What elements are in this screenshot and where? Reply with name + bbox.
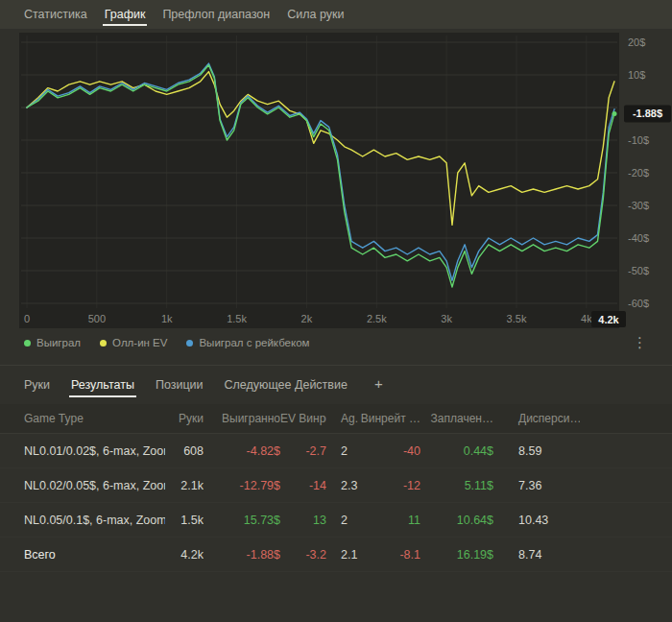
- cell-hands: 2.1k: [165, 479, 204, 492]
- cell-game-type: NL0.01/0.02$, 6-max, Zoom: [24, 444, 165, 458]
- subtab-next-action[interactable]: Следующее Действие: [225, 378, 348, 399]
- cell-rake-paid: 16.19$: [420, 548, 493, 562]
- subtab-results[interactable]: Результаты: [71, 378, 134, 399]
- subtab-positions[interactable]: Позиции: [156, 378, 204, 399]
- column-header-hands[interactable]: Руки: [165, 412, 204, 425]
- yellow-dot-icon: [100, 340, 107, 347]
- cell-rake-paid: 5.11$: [420, 479, 493, 492]
- tab-graph[interactable]: График: [105, 0, 146, 29]
- tab-statistics[interactable]: Статистика: [24, 0, 87, 29]
- svg-text:10$: 10$: [628, 69, 645, 81]
- winnings-chart-plot-area[interactable]: 05001k1.5k2k2.5k3k3.5k4k20$10$-10$-20$-3…: [19, 33, 672, 332]
- cell-aggression: 2.1: [326, 548, 358, 562]
- cell-won: -12.79$: [204, 479, 280, 492]
- cell-winrate: -40: [358, 444, 420, 458]
- cell-ev-winrate: 13: [280, 514, 326, 527]
- svg-text:20$: 20$: [628, 36, 645, 48]
- legend-label-rakeback: Выиграл с рейкбеком: [199, 337, 309, 348]
- column-header-winrate[interactable]: Винрейт …: [358, 412, 420, 425]
- svg-text:4k: 4k: [581, 313, 592, 324]
- cell-game-type: Всего: [24, 548, 165, 562]
- cell-rake-paid: 10.64$: [420, 514, 493, 527]
- results-panel: Руки Результаты Позиции Следующее Действ…: [0, 365, 672, 622]
- blue-dot-icon: [186, 340, 193, 347]
- cell-aggression: 2: [326, 514, 358, 527]
- svg-text:-30$: -30$: [628, 200, 649, 211]
- svg-text:3k: 3k: [441, 313, 452, 324]
- cell-aggression: 2.3: [326, 479, 358, 492]
- cell-winrate: 11: [358, 514, 420, 527]
- cell-variance: 10.43: [493, 514, 580, 527]
- cell-winrate: -8.1: [358, 548, 420, 562]
- svg-text:0: 0: [24, 313, 30, 324]
- table-header-row: Game Type Руки Выигранно EV Винре… Ag. В…: [0, 404, 672, 434]
- sub-tab-bar: Руки Результаты Позиции Следующее Действ…: [0, 366, 672, 399]
- svg-text:2k: 2k: [301, 313, 313, 324]
- column-header-ev-winrate[interactable]: EV Винре…: [280, 412, 326, 425]
- cell-ev-winrate: -2.7: [280, 444, 326, 458]
- cell-won: -1.88$: [204, 548, 280, 562]
- cell-hands: 1.5k: [165, 514, 204, 527]
- svg-text:-40$: -40$: [628, 232, 649, 244]
- svg-text:-50$: -50$: [628, 265, 649, 276]
- column-header-won[interactable]: Выигранно: [204, 412, 280, 425]
- subtab-hands[interactable]: Руки: [24, 378, 50, 399]
- svg-text:3.5k: 3.5k: [507, 313, 527, 324]
- cell-variance: 8.74: [493, 548, 580, 562]
- table-total-row[interactable]: Всего 4.2k -1.88$ -3.2 2.1 -8.1 16.19$ 8…: [0, 538, 672, 572]
- green-dot-icon: [24, 340, 31, 347]
- cell-variance: 7.36: [493, 479, 580, 492]
- svg-text:500: 500: [88, 313, 106, 324]
- cell-winrate: -12: [358, 479, 420, 492]
- svg-text:1k: 1k: [161, 313, 173, 324]
- svg-text:1.5k: 1.5k: [227, 313, 247, 324]
- svg-text:-1.88$: -1.88$: [633, 108, 662, 119]
- legend-label-won: Выиграл: [36, 337, 81, 348]
- legend-item-won[interactable]: Выиграл: [24, 337, 81, 348]
- top-tab-bar: Статистика График Префлоп диапазон Сила …: [0, 0, 672, 29]
- cell-hands: 608: [165, 444, 204, 458]
- cell-hands: 4.2k: [165, 548, 204, 562]
- cell-ev-winrate: -14: [280, 479, 326, 492]
- column-header-rake-paid[interactable]: Заплачен…: [420, 412, 493, 425]
- column-header-variance[interactable]: Дисперси…: [493, 412, 580, 425]
- legend-item-allin-ev[interactable]: Олл-ин EV: [100, 337, 167, 348]
- svg-text:2.5k: 2.5k: [367, 313, 387, 324]
- chart-legend: Выиграл Олл-ин EV Выиграл с рейкбеком ⋮: [24, 336, 651, 349]
- cell-won: -4.82$: [204, 444, 280, 458]
- winnings-chart: 05001k1.5k2k2.5k3k3.5k4k20$10$-10$-20$-3…: [19, 33, 672, 332]
- cell-aggression: 2: [326, 444, 358, 458]
- tab-hand-strength[interactable]: Сила руки: [287, 0, 344, 29]
- more-options-icon[interactable]: ⋮: [629, 336, 651, 349]
- cell-game-type: NL0.05/0.1$, 6-max, Zoom: [24, 514, 165, 527]
- legend-label-allin-ev: Олл-ин EV: [112, 337, 167, 348]
- column-header-aggression[interactable]: Ag.: [326, 412, 358, 425]
- table-row[interactable]: NL0.05/0.1$, 6-max, Zoom 1.5k 15.73$ 13 …: [0, 503, 672, 538]
- cell-variance: 8.59: [493, 444, 580, 458]
- cell-won: 15.73$: [204, 514, 280, 527]
- add-tab-button[interactable]: +: [374, 375, 383, 399]
- cell-ev-winrate: -3.2: [280, 548, 326, 562]
- svg-text:-20$: -20$: [628, 167, 649, 179]
- table-row[interactable]: NL0.01/0.02$, 6-max, Zoom 608 -4.82$ -2.…: [0, 434, 672, 468]
- svg-text:-10$: -10$: [628, 134, 649, 146]
- poker-tracker-window: Статистика График Префлоп диапазон Сила …: [0, 0, 672, 29]
- column-header-game-type[interactable]: Game Type: [24, 412, 165, 425]
- table-row[interactable]: NL0.02/0.05$, 6-max, Zoom 2.1k -12.79$ -…: [0, 468, 672, 503]
- cell-game-type: NL0.02/0.05$, 6-max, Zoom: [24, 479, 165, 492]
- tab-preflop-range[interactable]: Префлоп диапазон: [162, 0, 270, 29]
- svg-text:4.2k: 4.2k: [598, 314, 619, 325]
- svg-text:-60$: -60$: [628, 298, 649, 309]
- cell-rake-paid: 0.44$: [420, 444, 493, 458]
- legend-item-rakeback[interactable]: Выиграл с рейкбеком: [186, 337, 309, 348]
